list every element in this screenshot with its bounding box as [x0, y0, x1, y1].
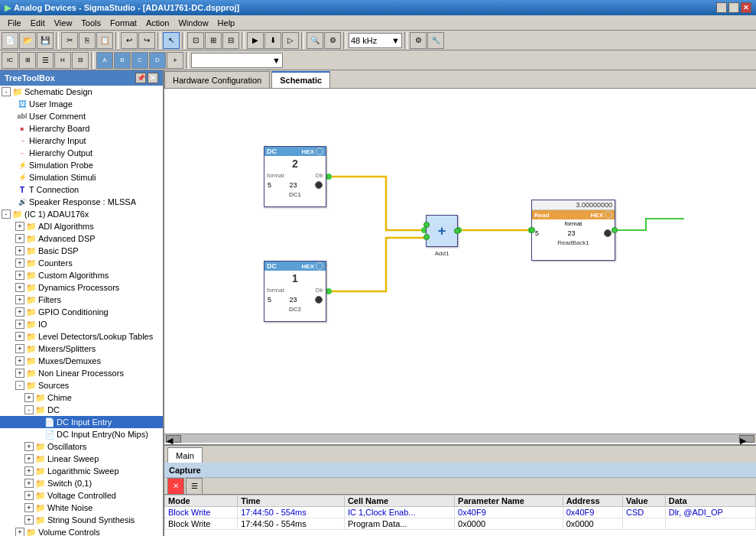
tree-basic-dsp[interactable]: + 📁 Basic DSP [0, 245, 163, 257]
capture-format-button[interactable]: ☰ [186, 478, 203, 495]
tb2-btn10[interactable]: + [167, 52, 183, 69]
tree-sources[interactable]: - 📁 Sources [0, 379, 163, 391]
expand-counters[interactable]: + [15, 258, 24, 268]
expand-dynamics[interactable]: + [15, 283, 24, 292]
menu-item-action[interactable]: Action [141, 17, 174, 29]
compile-button[interactable]: ▶ [247, 32, 264, 49]
tree-oscillators[interactable]: + 📁 Oscillators [0, 440, 163, 453]
expand-mixers[interactable]: + [15, 344, 24, 353]
tb2-btn6[interactable]: A [96, 52, 113, 69]
dc1-block[interactable]: DC HEX 2 format Dlr 5 23 DC1 [264, 146, 326, 207]
copy-button[interactable]: ⎘ [79, 32, 96, 49]
tree-filters[interactable]: + 📁 Filters [0, 294, 163, 306]
expand-switch[interactable]: + [24, 479, 34, 488]
tree-speaker-response[interactable]: + 🔊 Speaker Response : MLSSA [0, 196, 163, 208]
expand-log-sweep[interactable]: + [24, 466, 34, 476]
expand-adi-algorithms[interactable]: + [15, 222, 24, 231]
paste-button[interactable]: 📋 [96, 32, 113, 49]
expand-white-noise[interactable]: + [24, 503, 34, 512]
tree-logarithmic-sweep[interactable]: + 📁 Logarithmic Sweep [0, 465, 163, 477]
tree-dc-input-entry-nomips[interactable]: + 📄 DC Input Entry(No Mips) [0, 428, 163, 440]
tb2-btn1[interactable]: IC [2, 52, 18, 69]
settings-button[interactable]: ⚙ [324, 32, 341, 49]
tree-pin-button[interactable]: 📌 [135, 73, 146, 83]
expand-advanced-dsp[interactable]: + [15, 234, 24, 243]
tree-simulation-probe[interactable]: + ⚡ Simulation Probe [0, 159, 163, 171]
tree-muxes-demuxes[interactable]: + 📁 Muxes/Demuxes [0, 355, 163, 367]
tab-hardware-config[interactable]: Hardware Configuration [164, 71, 270, 88]
tree-white-noise[interactable]: + 📁 White Noise [0, 502, 163, 514]
tb2-btn4[interactable]: H [54, 52, 71, 69]
scroll-track[interactable] [181, 435, 739, 443]
tb2-dropdown[interactable]: ▼ [191, 53, 283, 68]
tb2-btn3[interactable]: ☰ [37, 52, 54, 69]
tree-user-image[interactable]: + 🖼 User Image [0, 98, 163, 110]
tree-dynamics-processors[interactable]: + 📁 Dynamics Processors [0, 281, 163, 294]
expand-basic-dsp[interactable]: + [15, 246, 24, 255]
menu-item-format[interactable]: Format [105, 17, 141, 29]
expand-string-synthesis[interactable]: + [24, 515, 34, 525]
scroll-right-btn[interactable]: ▶ [739, 435, 754, 443]
expand-muxes[interactable]: + [15, 356, 24, 365]
save-button[interactable]: 💾 [37, 32, 54, 49]
zoom-out-button[interactable]: ⊟ [222, 32, 239, 49]
tree-advanced-dsp[interactable]: + 📁 Advanced DSP [0, 232, 163, 245]
zoom-in-button[interactable]: ⊞ [205, 32, 222, 49]
tree-simulation-stimuli[interactable]: + ⚡ Simulation Stimuli [0, 171, 163, 184]
expand-level-det[interactable]: + [15, 332, 24, 341]
tree-t-connection[interactable]: + T T Connection [0, 184, 163, 196]
readback1-block[interactable]: 3.00000000 Read HEX format 5 23 ReadBack [531, 200, 615, 261]
menu-item-tools[interactable]: Tools [76, 17, 105, 29]
expand-dc[interactable]: - [24, 405, 34, 414]
tree-hierarchy-output[interactable]: + ← Hierarchy Output [0, 147, 163, 159]
expand-ic1[interactable]: - [2, 210, 11, 219]
dc2-block[interactable]: DC HEX 1 format Dlr 5 23 DC2 [264, 261, 326, 322]
tree-io[interactable]: + 📁 IO [0, 318, 163, 330]
schematic-canvas[interactable]: DC HEX 2 format Dlr 5 23 DC1 [164, 89, 756, 444]
menu-item-view[interactable]: View [50, 17, 77, 29]
tb2-btn9[interactable]: D [149, 52, 166, 69]
run-button[interactable]: ▷ [282, 32, 299, 49]
tab-main[interactable]: Main [167, 447, 203, 463]
horizontal-scrollbar[interactable]: ◀ ▶ [164, 434, 756, 443]
capture-table-container[interactable]: Mode Time Cell Name Parameter Name Addre… [164, 495, 756, 530]
tree-ic1-root[interactable]: - 📁 (IC 1) ADAU176x [0, 208, 163, 220]
tab-schematic[interactable]: Schematic [271, 71, 330, 88]
cut-button[interactable]: ✂ [61, 32, 78, 49]
tree-adi-algorithms[interactable]: + 📁 ADI Algorithms [0, 220, 163, 232]
redo-button[interactable]: ↪ [138, 32, 155, 49]
config-button[interactable]: ⚙ [410, 32, 427, 49]
tree-volume-controls[interactable]: + 📁 Volume Controls [0, 526, 163, 536]
debug-button[interactable]: 🔧 [427, 32, 444, 49]
tb2-btn7[interactable]: B [114, 52, 131, 69]
tree-string-sound-synthesis[interactable]: + 📁 String Sound Synthesis [0, 514, 163, 526]
tree-linear-sweep[interactable]: + 📁 Linear Sweep [0, 453, 163, 465]
maximize-button[interactable]: □ [728, 2, 739, 13]
close-button[interactable]: ✕ [741, 2, 751, 13]
expand-io[interactable]: + [15, 320, 24, 329]
scroll-left-btn[interactable]: ◀ [166, 435, 181, 443]
tree-close-button[interactable]: ✕ [148, 73, 158, 83]
expand-linear-sweep[interactable]: + [24, 454, 34, 463]
tree-hierarchy-board[interactable]: + ■ Hierarchy Board [0, 122, 163, 135]
expand-chime[interactable]: + [24, 393, 34, 402]
select-button[interactable]: ↖ [163, 32, 180, 49]
capture-clear-button[interactable]: ✕ [167, 478, 184, 495]
menu-item-file[interactable]: File [3, 17, 26, 29]
expand-sources[interactable]: - [15, 381, 24, 390]
undo-button[interactable]: ↩ [121, 32, 138, 49]
tree-mixers-splitters[interactable]: + 📁 Mixers/Splitters [0, 343, 163, 355]
expand-oscillators[interactable]: + [24, 442, 34, 451]
tree-user-comment[interactable]: + abl User Comment [0, 110, 163, 122]
tb2-btn5[interactable]: ⊟ [72, 52, 89, 69]
tree-chime[interactable]: + 📁 Chime [0, 391, 163, 404]
tree-hierarchy-input[interactable]: + → Hierarchy Input [0, 135, 163, 147]
tree-schematic-design-root[interactable]: - 📁 Schematic Design [0, 86, 163, 98]
tree-custom-algorithms[interactable]: + 📁 Custom Algorithms [0, 269, 163, 281]
tree-nonlinear[interactable]: + 📁 Non Linear Processors [0, 367, 163, 379]
expand-custom-algorithms[interactable]: + [15, 271, 24, 280]
tree-dc-input-entry[interactable]: + 📄 DC Input Entry [0, 416, 163, 428]
expand-filters[interactable]: + [15, 295, 24, 304]
new-button[interactable]: 📄 [2, 32, 18, 49]
tree-switch-01[interactable]: + 📁 Switch (0,1) [0, 477, 163, 489]
